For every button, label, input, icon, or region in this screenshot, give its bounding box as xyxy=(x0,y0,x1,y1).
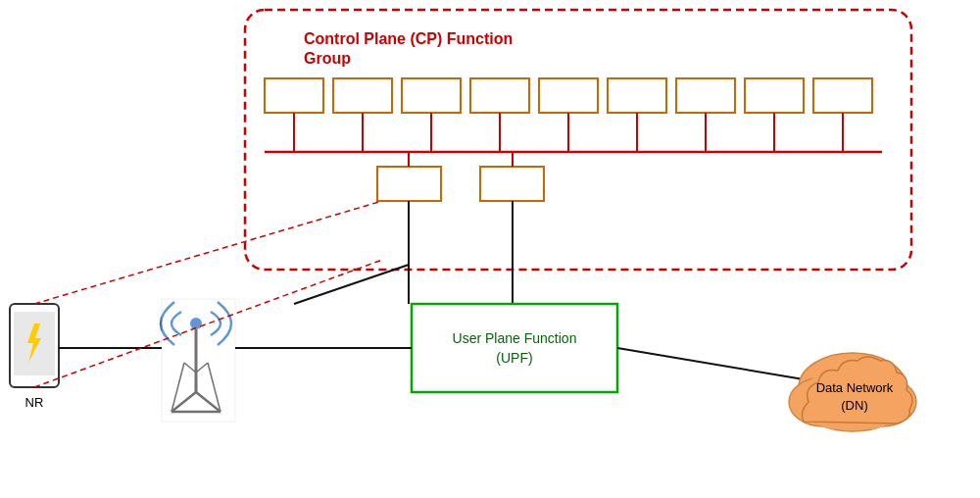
cp-group-label-2: Group xyxy=(304,50,351,67)
svg-rect-21 xyxy=(480,167,544,201)
svg-rect-2 xyxy=(333,78,392,113)
svg-rect-9 xyxy=(813,78,872,113)
svg-line-50 xyxy=(34,201,382,304)
network-diagram: Control Plane (CP) Function Group User P… xyxy=(0,0,980,498)
svg-rect-4 xyxy=(470,78,529,113)
svg-line-42 xyxy=(617,348,804,379)
svg-rect-5 xyxy=(539,78,598,113)
dn-label: Data Network xyxy=(816,380,894,395)
nr-label: NR xyxy=(25,395,44,410)
upf-label-2: (UPF) xyxy=(496,350,532,366)
svg-rect-39 xyxy=(162,299,235,422)
svg-rect-6 xyxy=(608,78,666,113)
svg-rect-3 xyxy=(402,78,461,113)
svg-rect-20 xyxy=(377,167,441,201)
antenna-tower xyxy=(161,299,235,422)
dn-label-2: (DN) xyxy=(841,398,867,413)
svg-rect-1 xyxy=(265,78,323,113)
upf-label: User Plane Function xyxy=(453,330,577,346)
svg-rect-8 xyxy=(745,78,804,113)
svg-rect-26 xyxy=(412,304,617,392)
svg-rect-7 xyxy=(676,78,735,113)
svg-rect-0 xyxy=(245,10,911,270)
cp-group-label: Control Plane (CP) Function xyxy=(304,30,513,47)
